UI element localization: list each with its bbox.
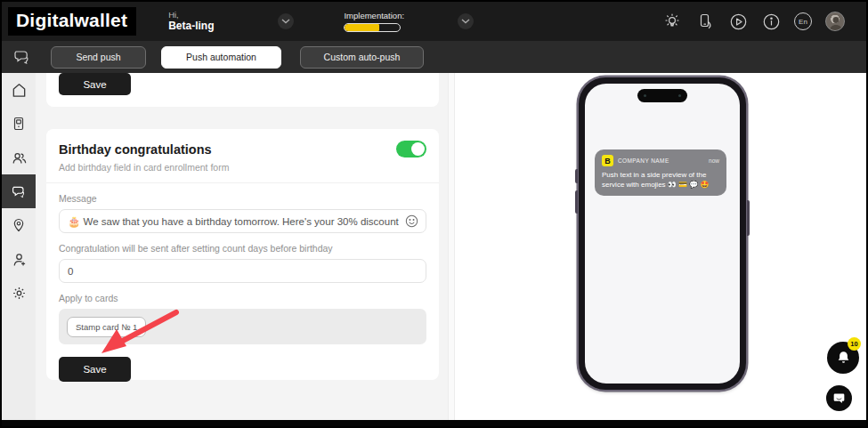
sidebar — [2, 73, 36, 420]
language-icon[interactable]: En — [794, 12, 812, 30]
days-before-input[interactable] — [59, 259, 426, 283]
device-demo-icon[interactable] — [695, 12, 715, 31]
chat-icon — [12, 47, 32, 67]
previous-card-cut: Save — [46, 73, 439, 107]
message-label: Message — [59, 193, 426, 204]
bell-icon — [836, 350, 851, 366]
birthday-toggle[interactable] — [396, 141, 426, 157]
scrollbar-track[interactable] — [448, 73, 455, 420]
home-icon — [11, 82, 28, 99]
save-button-top[interactable]: Save — [59, 73, 131, 95]
phone-volume-button — [575, 190, 578, 214]
apply-to-cards-label: Apply to cards — [59, 293, 426, 303]
sidebar-item-locations[interactable] — [2, 208, 36, 242]
push-notification-preview[interactable]: B COMPANY NAME now Push text in a side p… — [595, 149, 726, 196]
company-app-icon: B — [602, 155, 613, 166]
sidebar-item-cards[interactable] — [2, 107, 36, 141]
toggle-knob — [411, 142, 425, 156]
phone-mockup: B COMPANY NAME now Push text in a side p… — [579, 77, 746, 390]
card-subtitle: Add birthday field in card enrollment fo… — [59, 162, 426, 173]
top-header: Digitalwallet Hi, Beta-ling Implementati… — [2, 2, 866, 41]
tab-custom-auto-push[interactable]: Custom auto-push — [300, 46, 424, 69]
sidebar-item-managers[interactable] — [2, 242, 36, 276]
user-greeting: Hi, Beta-ling — [168, 11, 214, 33]
greeting-name: Beta-ling — [168, 20, 214, 33]
card-title: Birthday congratulations — [59, 142, 212, 157]
notification-time: now — [709, 157, 719, 164]
push-preview-panel: B COMPANY NAME now Push text in a side p… — [455, 73, 866, 420]
account-dropdown-button[interactable] — [278, 13, 294, 29]
push-tabbar: Send push Push automation Custom auto-pu… — [2, 41, 866, 73]
idea-icon[interactable] — [662, 12, 682, 31]
notifications-button[interactable]: 10 — [827, 342, 859, 374]
implementation-progress: Implementation: — [344, 11, 404, 32]
customers-icon — [11, 149, 28, 166]
manager-icon — [11, 251, 28, 268]
days-before-label: Congratulation will be sent after settin… — [59, 243, 426, 254]
app-logo[interactable]: Digitalwallet — [8, 7, 136, 36]
implementation-progress-fill — [345, 24, 378, 31]
chevron-down-icon — [461, 19, 470, 24]
support-chat-button[interactable] — [826, 385, 852, 411]
message-input[interactable] — [59, 209, 426, 233]
implementation-progress-bar — [344, 23, 401, 32]
location-pin-icon — [11, 217, 27, 233]
chat-icon — [11, 183, 28, 200]
sidebar-item-customers[interactable] — [2, 141, 36, 174]
save-button[interactable]: Save — [59, 357, 131, 382]
avatar[interactable] — [825, 12, 845, 31]
implementation-dropdown-button[interactable] — [458, 13, 474, 29]
phone-power-button — [747, 200, 750, 236]
app-window: Digitalwallet Hi, Beta-ling Implementati… — [0, 0, 868, 428]
tab-push-automation[interactable]: Push automation — [161, 46, 281, 69]
dynamic-island — [637, 89, 687, 102]
notification-text: Push text in a side preview of the servi… — [602, 170, 719, 190]
tab-send-push[interactable]: Send push — [51, 46, 146, 69]
implementation-label: Implementation: — [344, 11, 404, 20]
info-icon[interactable] — [761, 12, 781, 31]
settings-content: Save Birthday congratulations Add birthd… — [36, 73, 449, 420]
sidebar-item-settings[interactable] — [2, 276, 36, 310]
divider — [46, 182, 439, 183]
greeting-hi: Hi, — [168, 11, 214, 20]
card-terminal-icon — [11, 116, 27, 132]
play-tutorial-icon[interactable] — [728, 12, 748, 31]
sidebar-item-push-messages[interactable] — [2, 174, 36, 208]
stamp-card-chip[interactable]: Stamp card № 1 — [67, 317, 146, 337]
birthday-congratulations-card: Birthday congratulations Add birthday fi… — [46, 129, 439, 380]
sidebar-item-home[interactable] — [2, 73, 36, 107]
chevron-down-icon — [281, 19, 290, 24]
notifications-badge: 10 — [848, 337, 861, 351]
phone-screen: B COMPANY NAME now Push text in a side p… — [585, 84, 740, 384]
apply-to-cards-box: Stamp card № 1 — [59, 309, 426, 344]
company-name: COMPANY NAME — [618, 157, 709, 164]
chat-bubble-icon — [832, 392, 846, 405]
gear-icon — [11, 285, 28, 302]
smiley-icon[interactable] — [405, 214, 418, 228]
bottom-bar — [2, 420, 866, 426]
phone-volume-button — [575, 169, 578, 183]
